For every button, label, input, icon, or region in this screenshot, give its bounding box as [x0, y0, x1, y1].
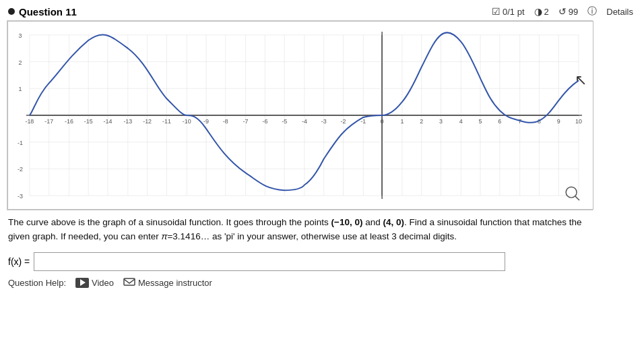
video-label: Video: [92, 278, 114, 288]
graph-container: .grid-line { stroke: #ddd; stroke-width:…: [7, 20, 593, 210]
svg-text:1: 1: [19, 86, 22, 92]
fx-input[interactable]: [34, 252, 505, 271]
graph-svg: .grid-line { stroke: #ddd; stroke-width:…: [7, 21, 593, 210]
svg-text:-12: -12: [143, 118, 152, 125]
svg-text:-2: -2: [341, 118, 346, 125]
video-icon: [75, 278, 89, 288]
svg-text:9: 9: [557, 118, 560, 125]
point2: (4, 0): [383, 217, 405, 227]
message-help-item[interactable]: Message instructor: [123, 278, 212, 288]
svg-text:-3: -3: [18, 193, 23, 200]
svg-text:-4: -4: [302, 118, 307, 125]
description-text: The curve above is the graph of a sinuso…: [8, 217, 581, 241]
retries-badge: ↺ 99: [558, 6, 578, 17]
svg-text:-10: -10: [183, 118, 191, 125]
help-label: Question Help:: [8, 278, 66, 288]
fx-row: f(x) =: [0, 248, 644, 275]
svg-line-75: [575, 196, 579, 200]
svg-point-74: [566, 187, 577, 198]
page: Question 11 ☑ 0/1 pt ◑ 2 ↺ 99 ⓘ Details: [0, 0, 644, 354]
svg-text:-2: -2: [18, 166, 23, 173]
svg-text:-5: -5: [282, 118, 287, 125]
message-icon: [123, 278, 135, 287]
svg-text:3: 3: [439, 118, 443, 125]
svg-text:2: 2: [420, 118, 423, 125]
svg-text:5: 5: [479, 118, 482, 125]
svg-text:-3: -3: [321, 118, 327, 125]
retry-icon: ↺: [558, 6, 567, 17]
message-label: Message instructor: [138, 278, 212, 288]
svg-text:1: 1: [400, 118, 404, 125]
question-title: Question 11: [19, 6, 77, 18]
question-label: Question 11: [8, 6, 77, 18]
svg-text:-11: -11: [162, 118, 171, 125]
svg-text:3: 3: [19, 32, 22, 39]
svg-text:-13: -13: [123, 118, 132, 125]
svg-text:-18: -18: [25, 118, 34, 125]
svg-text:-9: -9: [203, 118, 209, 125]
retries-value: 99: [569, 7, 578, 17]
svg-text:2: 2: [19, 59, 22, 66]
header-right: ☑ 0/1 pt ◑ 2 ↺ 99 ⓘ Details: [492, 5, 633, 18]
attempts-badge: ◑ 2: [534, 6, 549, 17]
svg-text:-17: -17: [44, 118, 53, 125]
info-icon[interactable]: ⓘ: [587, 5, 597, 18]
help-row: Question Help: Video Message instructor: [0, 275, 644, 293]
svg-text:-15: -15: [84, 118, 93, 125]
svg-text:-1: -1: [18, 140, 23, 146]
score-icon: ☑: [492, 6, 501, 17]
point1: (−10, 0): [331, 217, 363, 227]
attempts-value: 2: [544, 7, 549, 17]
svg-text:-6: -6: [262, 118, 267, 125]
header: Question 11 ☑ 0/1 pt ◑ 2 ↺ 99 ⓘ Details: [0, 0, 644, 20]
svg-text:4: 4: [459, 118, 463, 125]
cursor-arrow: ↖: [575, 71, 587, 159]
svg-rect-76: [124, 278, 135, 285]
score-badge: ☑ 0/1 pt: [492, 6, 525, 17]
svg-text:-7: -7: [243, 118, 249, 125]
details-link[interactable]: Details: [606, 7, 633, 17]
svg-text:6: 6: [498, 118, 501, 125]
svg-text:0: 0: [381, 118, 384, 125]
video-help-item[interactable]: Video: [75, 278, 114, 288]
svg-text:-8: -8: [223, 118, 228, 125]
score-value: 0/1 pt: [503, 7, 525, 17]
question-dot: [8, 8, 15, 15]
fx-label: f(x) =: [8, 256, 30, 267]
description: The curve above is the graph of a sinuso…: [0, 210, 606, 248]
attempts-icon: ◑: [534, 6, 542, 17]
svg-text:-14: -14: [104, 118, 112, 125]
svg-text:-16: -16: [65, 118, 73, 125]
